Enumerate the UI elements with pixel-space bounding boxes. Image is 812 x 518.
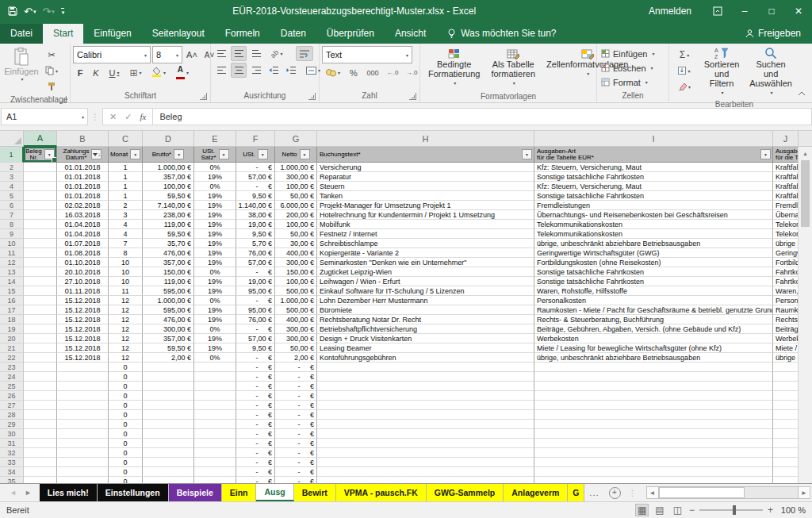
cell[interactable] (24, 439, 57, 448)
cell[interactable] (24, 401, 57, 410)
cell[interactable]: 57,00 € (236, 258, 275, 267)
cell[interactable]: 119,00 € (143, 277, 194, 286)
cell[interactable]: Projekt-Manager für Umsetzung Projekt 1 (317, 201, 534, 210)
cell[interactable]: - € (236, 439, 275, 448)
row-number[interactable]: 29 (0, 420, 24, 429)
cell[interactable] (194, 410, 236, 420)
ribbon-tab-formeln[interactable]: Formeln (215, 24, 270, 44)
cell[interactable]: 0 (109, 420, 143, 429)
cell[interactable] (24, 296, 57, 305)
horizontal-scrollbar[interactable]: ◄ ► (646, 486, 811, 499)
cell[interactable] (57, 477, 109, 483)
cell[interactable]: Leasing Beamer (317, 343, 534, 353)
cell[interactable]: 0% (194, 324, 236, 334)
filter-dropdown-icon[interactable]: ▼ (219, 149, 229, 159)
cell[interactable]: Beiträge, Gebühren, Abgaben, Versich. (o… (534, 324, 773, 334)
cell[interactable]: Kfz: Steuern, Versicherung, Maut (534, 163, 773, 172)
decrease-indent-icon[interactable] (266, 63, 282, 78)
cell[interactable]: Sonstige tatsächliche Fahrtkosten (534, 191, 773, 201)
cell[interactable]: Monat▼ (109, 147, 143, 163)
cell[interactable]: - € (236, 391, 275, 401)
cell[interactable] (57, 382, 109, 391)
cell[interactable]: - € (275, 391, 317, 401)
row-number[interactable]: 20 (0, 334, 24, 343)
cell[interactable]: - € (275, 420, 317, 429)
cell[interactable]: 95,00 € (236, 286, 275, 296)
percent-style-icon[interactable]: % (346, 65, 362, 80)
cell[interactable]: 01.04.2018 (57, 229, 109, 239)
cell[interactable]: Telekommunikationskosten (534, 229, 773, 239)
cell[interactable]: - € (236, 324, 275, 334)
cell[interactable]: 0 (109, 477, 143, 483)
cell[interactable] (317, 420, 534, 429)
clipboard-dialog-launcher-icon[interactable] (59, 96, 67, 103)
cell[interactable]: 02.02.2018 (57, 201, 109, 210)
cell[interactable]: 19% (194, 315, 236, 324)
cell[interactable] (24, 191, 57, 201)
cell[interactable]: Werbekosten (534, 334, 773, 343)
select-all-corner[interactable] (0, 131, 24, 147)
cell[interactable]: Versicherung (317, 163, 534, 172)
cell[interactable]: 300,00 € (275, 324, 317, 334)
normal-view-icon[interactable]: ▦ (636, 505, 648, 516)
cell[interactable]: Telekom (773, 220, 798, 229)
cell[interactable]: 20.10.2018 (57, 267, 109, 277)
cell[interactable]: Kfz: Steuern, Versicherung, Maut (534, 182, 773, 191)
cell[interactable]: 19,00 € (236, 220, 275, 229)
cell[interactable]: 300,00 € (275, 172, 317, 182)
cell[interactable]: 357,00 € (143, 258, 194, 267)
cell[interactable] (194, 458, 236, 467)
cell[interactable]: 1 (109, 163, 143, 172)
cell[interactable]: 9,50 € (236, 229, 275, 239)
page-layout-view-icon[interactable]: ▤ (653, 505, 665, 516)
cell[interactable] (24, 324, 57, 334)
sheet-overflow-ellipsis[interactable]: ... (584, 484, 603, 501)
cell[interactable]: 30,00 € (275, 239, 317, 248)
cell[interactable]: - € (236, 410, 275, 420)
cell[interactable]: 476,00 € (143, 248, 194, 258)
cell[interactable]: - € (275, 467, 317, 477)
cell[interactable] (24, 458, 57, 467)
cell[interactable]: 150,00 € (275, 267, 317, 277)
format-cells-button[interactable]: Format▾ (599, 75, 649, 89)
cell[interactable] (534, 420, 773, 429)
cell[interactable]: 476,00 € (143, 315, 194, 324)
sheet-tab-lies-mich-[interactable]: Lies mich! (40, 484, 98, 501)
cell[interactable] (773, 363, 798, 372)
cell[interactable] (57, 448, 109, 458)
cell[interactable]: - € (236, 182, 275, 191)
cell[interactable] (143, 420, 194, 429)
cell[interactable] (57, 401, 109, 410)
cell[interactable]: 300,00 € (275, 334, 317, 343)
cell[interactable]: 1 (109, 172, 143, 182)
cell[interactable]: 12 (109, 296, 143, 305)
insert-function-icon[interactable]: fx (140, 112, 146, 121)
cell[interactable]: 19% (194, 201, 236, 210)
cell[interactable]: 200,00 € (275, 210, 317, 220)
cell[interactable] (24, 210, 57, 220)
cell[interactable] (317, 382, 534, 391)
cell[interactable]: 19% (194, 248, 236, 258)
cell[interactable]: 0 (109, 401, 143, 410)
cell[interactable]: 19% (194, 191, 236, 201)
cell[interactable]: 0 (109, 429, 143, 439)
cell[interactable] (24, 410, 57, 420)
cell[interactable]: - € (275, 458, 317, 467)
cell[interactable] (534, 391, 773, 401)
row-number[interactable]: 31 (0, 439, 24, 448)
cell[interactable]: 50,00 € (275, 343, 317, 353)
cell[interactable]: Mobilfunk (317, 220, 534, 229)
cell[interactable]: Betriebshaftpflichtversicherung (317, 324, 534, 334)
cell[interactable]: - € (236, 363, 275, 372)
ribbon-tab-ansicht[interactable]: Ansicht (385, 24, 436, 44)
minimize-button[interactable]: – (731, 0, 758, 22)
cell[interactable] (534, 477, 773, 483)
cell[interactable]: Kraftfah (773, 191, 798, 201)
number-dialog-launcher-icon[interactable] (409, 93, 416, 100)
cell[interactable]: 238,00 € (143, 210, 194, 220)
cell[interactable]: 150,00 € (143, 267, 194, 277)
row-number[interactable]: 7 (0, 210, 24, 220)
italic-button[interactable]: K (89, 65, 103, 80)
row-number[interactable]: 28 (0, 410, 24, 420)
cell[interactable]: 595,00 € (143, 286, 194, 296)
